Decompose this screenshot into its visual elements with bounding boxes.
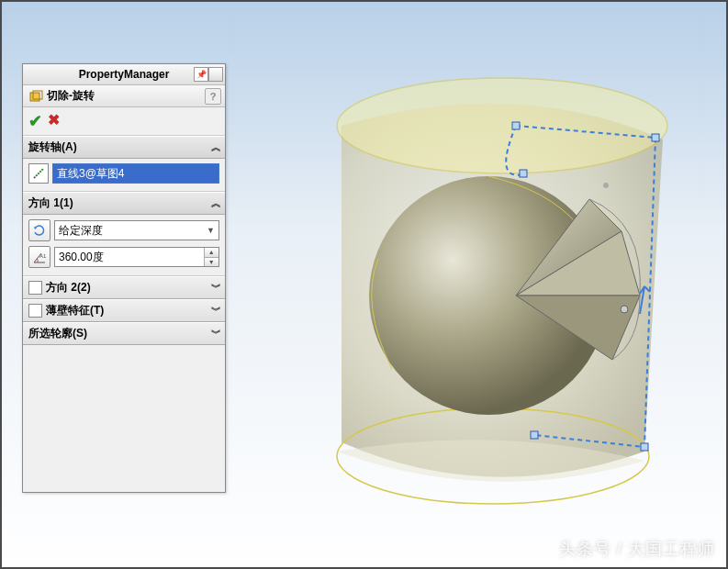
watermark: 头条号 / 大国工程师 <box>559 538 715 560</box>
svg-point-0 <box>337 78 667 173</box>
svg-rect-3 <box>512 122 520 129</box>
ok-button[interactable]: ✔ <box>28 111 42 131</box>
help-icon[interactable]: ? <box>205 88 221 105</box>
chevron-down-icon: ▼ <box>207 226 215 235</box>
axis-selection-field[interactable]: 直线3@草图4 <box>52 163 219 184</box>
svg-rect-5 <box>641 443 648 451</box>
dropdown-value: 给定深度 <box>59 223 103 239</box>
axis-icon[interactable] <box>28 163 49 184</box>
end-condition-dropdown[interactable]: 给定深度 ▼ <box>54 220 219 240</box>
angle-increment[interactable]: ▲ <box>205 248 218 258</box>
thin-checkbox[interactable] <box>28 304 42 318</box>
angle-input[interactable] <box>55 249 204 265</box>
svg-rect-7 <box>520 170 527 177</box>
svg-line-12 <box>34 169 43 178</box>
section-axis-body: 直线3@草图4 <box>23 159 225 192</box>
feature-title-bar: 切除-旋转 ? <box>23 85 225 107</box>
collapse-icon <box>211 196 219 210</box>
svg-rect-10 <box>30 93 39 101</box>
expand-icon <box>211 327 219 340</box>
angle-decrement[interactable]: ▼ <box>205 258 218 267</box>
expand-icon <box>211 304 219 318</box>
svg-text:A1: A1 <box>39 253 47 259</box>
svg-rect-4 <box>652 134 659 141</box>
collapse-icon <box>211 140 219 154</box>
cut-revolve-icon <box>28 89 43 104</box>
angle-icon: A1 <box>28 246 50 268</box>
property-manager-panel: PropertyManager 📌 切除-旋转 ? ✔ ✖ 旋转轴(A) 直线3… <box>22 63 226 493</box>
panel-title: PropertyManager <box>79 68 170 81</box>
section-dir1-header[interactable]: 方向 1(1) <box>23 192 225 215</box>
pin-icon[interactable]: 📌 <box>194 67 208 82</box>
section-dir2-label: 方向 2(2) <box>46 280 91 296</box>
section-axis-label: 旋转轴(A) <box>28 139 77 155</box>
viewport-3d[interactable] <box>277 39 718 552</box>
section-dir1-body: 给定深度 ▼ A1 ▲ ▼ <box>23 215 225 276</box>
section-dir2-header[interactable]: 方向 2(2) <box>23 276 225 299</box>
confirm-row: ✔ ✖ <box>23 107 225 136</box>
section-dir1-label: 方向 1(1) <box>28 195 73 211</box>
reverse-direction-button[interactable] <box>28 219 50 241</box>
dir2-checkbox[interactable] <box>28 281 42 295</box>
section-thin-header[interactable]: 薄壁特征(T) <box>23 299 225 322</box>
svg-point-8 <box>621 306 628 313</box>
angle-field[interactable]: ▲ ▼ <box>54 247 219 267</box>
svg-rect-6 <box>531 431 538 439</box>
cancel-button[interactable]: ✖ <box>48 111 60 131</box>
feature-title-text: 切除-旋转 <box>47 88 95 104</box>
expand-icon <box>211 281 219 295</box>
section-thin-label: 薄壁特征(T) <box>46 303 104 318</box>
tab-icon[interactable] <box>208 67 223 82</box>
svg-point-9 <box>603 183 609 188</box>
panel-header: PropertyManager 📌 <box>23 64 225 85</box>
section-selcontour-header[interactable]: 所选轮廓(S) <box>23 322 225 345</box>
section-selcontour-label: 所选轮廓(S) <box>28 326 87 341</box>
section-axis-header[interactable]: 旋转轴(A) <box>23 136 225 159</box>
